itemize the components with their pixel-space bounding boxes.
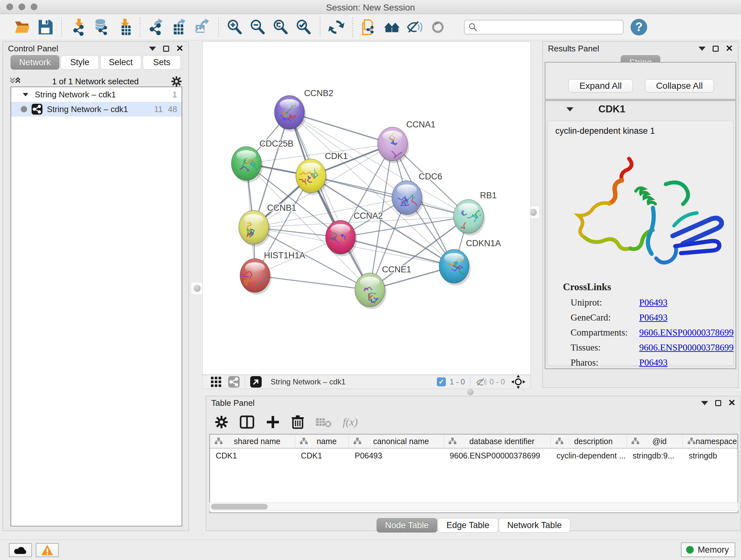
close-panel-icon[interactable]: ✕	[176, 44, 184, 53]
node-label: CDK1	[325, 151, 348, 161]
collection-expander-icon[interactable]	[23, 93, 28, 96]
table-horizontal-scrollbar[interactable]	[209, 503, 738, 511]
collapse-all-icon[interactable]	[9, 77, 20, 86]
delete-table-icon[interactable]	[315, 416, 332, 428]
zoom-fit-button[interactable]	[269, 17, 292, 37]
tab-network[interactable]: Network	[10, 55, 59, 70]
column-header-sharedname[interactable]: shared name	[210, 435, 295, 448]
hidden-eye-slash-icon[interactable]	[475, 377, 486, 387]
zoom-out-button[interactable]	[246, 17, 269, 37]
delete-column-trash-icon[interactable]	[291, 415, 305, 429]
fit-content-crosshair-icon[interactable]	[511, 375, 525, 389]
table-options-gear-icon[interactable]	[214, 415, 228, 429]
hide-unselected-button[interactable]	[403, 17, 426, 37]
zoom-in-button[interactable]	[223, 17, 246, 37]
scrollbar-thumb[interactable]	[211, 504, 268, 509]
tab-select[interactable]: Select	[100, 55, 141, 70]
grid-view-icon[interactable]	[210, 376, 222, 388]
crosslink-label: Pharos:	[570, 357, 639, 368]
export-table-button[interactable]	[168, 17, 191, 37]
memory-button[interactable]: Memory	[681, 543, 735, 557]
float-panel-icon[interactable]	[713, 46, 719, 52]
network-options-gear-icon[interactable]	[171, 76, 182, 87]
toolbar-separator	[140, 17, 140, 37]
export-table-icon	[171, 18, 188, 36]
column-header-name[interactable]: name	[295, 435, 349, 448]
panel-menu-icon[interactable]	[701, 401, 708, 405]
crosslink-link[interactable]: P06493	[639, 357, 668, 368]
open-view-icon[interactable]	[250, 376, 262, 388]
column-header-namespace[interactable]: namespace	[683, 435, 738, 448]
tab-network-table[interactable]: Network Table	[499, 518, 570, 533]
close-panel-icon[interactable]: ✕	[728, 398, 736, 408]
tab-sets[interactable]: Sets	[143, 55, 181, 70]
table-cell: CDK1	[210, 449, 295, 462]
show-columns-icon[interactable]	[239, 415, 255, 430]
warnings-button[interactable]	[36, 543, 59, 557]
column-header-description[interactable]: description	[551, 435, 627, 448]
column-type-icon	[631, 437, 639, 445]
network-node-CCNA2[interactable]: CCNA2	[326, 211, 383, 256]
network-node-CDK1[interactable]: CDK1	[296, 151, 348, 195]
network-node-CCNA1[interactable]: CCNA1	[378, 120, 435, 163]
network-node-CDKN1A[interactable]: CDKN1A	[439, 239, 501, 286]
node-table[interactable]: shared name name canonical name database…	[209, 434, 738, 513]
create-column-plus-icon[interactable]	[266, 415, 280, 429]
network-node-HIST1H1A[interactable]: HIST1H1A	[238, 251, 305, 295]
table-cell: CDK1	[295, 449, 349, 462]
crosslink-row: Tissues: 9606.ENSP00000378699	[563, 342, 734, 353]
copy-document-button[interactable]	[357, 17, 381, 37]
panel-menu-icon[interactable]	[149, 47, 156, 51]
network-node-CCNB1[interactable]: CCNB1	[239, 203, 296, 246]
tab-style[interactable]: Style	[61, 55, 99, 70]
network-node-CCNB2[interactable]: CCNB2	[274, 88, 333, 132]
column-header-canonicalname[interactable]: canonical name	[349, 435, 444, 448]
refresh-button[interactable]	[325, 17, 348, 37]
crosslink-link[interactable]: 9606.ENSP00000378699	[639, 342, 734, 353]
column-header-databaseidentifier[interactable]: database identifier	[444, 435, 551, 448]
close-panel-icon[interactable]: ✕	[726, 44, 733, 53]
export-image-button[interactable]	[191, 17, 214, 37]
toolbar-separator	[320, 17, 320, 37]
tab-edge-table[interactable]: Edge Table	[438, 518, 498, 533]
horizontal-splitter-handle[interactable]	[464, 389, 477, 395]
network-node-CDC6[interactable]: CDC6	[392, 172, 442, 217]
network-node-RB1[interactable]: RB1	[454, 191, 497, 236]
crosslink-link[interactable]: 9606.ENSP00000378699	[639, 327, 734, 338]
node-label: CCNB2	[304, 88, 333, 98]
help-icon[interactable]: ?	[630, 19, 647, 36]
network-node-CCNE1[interactable]: CCNE1	[355, 265, 411, 309]
tab-node-table[interactable]: Node Table	[377, 518, 437, 533]
cloud-status-button[interactable]	[9, 543, 32, 557]
section-expander-icon[interactable]	[566, 107, 574, 111]
import-table-button[interactable]	[112, 17, 135, 37]
network-canvas[interactable]: CCNB2 CCNA1 CDC25B CDK1 CDC6 RB1 CCNB1	[202, 42, 531, 375]
show-hidden-button[interactable]	[426, 17, 449, 37]
table-row[interactable]: CDK1CDK1P064939606.ENSP00000378699cyclin…	[210, 449, 738, 462]
column-header-id[interactable]: @id	[627, 435, 683, 448]
open-folder-button[interactable]	[11, 17, 34, 37]
network-collection-row[interactable]: String Network – cdk1 1	[11, 87, 182, 102]
node-label: CCNE1	[382, 265, 411, 274]
zoom-selected-button[interactable]	[292, 17, 315, 37]
panel-menu-icon[interactable]	[698, 47, 705, 51]
expand-all-button[interactable]: Expand All	[568, 79, 633, 92]
vertical-splitter-handle-left[interactable]	[191, 282, 204, 295]
birdseye-network-icon[interactable]	[228, 376, 240, 388]
float-panel-icon[interactable]	[715, 400, 721, 406]
crosslink-link[interactable]: P06493	[639, 312, 668, 323]
search-input[interactable]	[477, 22, 615, 32]
collapse-all-button[interactable]: Collapse All	[645, 79, 714, 92]
search-box[interactable]	[464, 20, 623, 35]
selected-nodes-checkbox-icon[interactable]: ✓	[437, 377, 446, 386]
crosslink-link[interactable]: P06493	[639, 297, 668, 308]
import-network-button[interactable]	[66, 17, 89, 37]
float-panel-icon[interactable]	[163, 46, 169, 52]
crosslink-label: Uniprot:	[570, 297, 639, 308]
save-session-button[interactable]	[34, 17, 57, 37]
network-row[interactable]: String Network – cdk1 11 48	[11, 102, 182, 117]
import-database-button[interactable]	[89, 17, 112, 37]
export-network-button[interactable]	[145, 17, 168, 37]
network-graph[interactable]: CCNB2 CCNA1 CDC25B CDK1 CDC6 RB1 CCNB1	[203, 42, 531, 375]
string-home-button[interactable]	[381, 17, 403, 37]
